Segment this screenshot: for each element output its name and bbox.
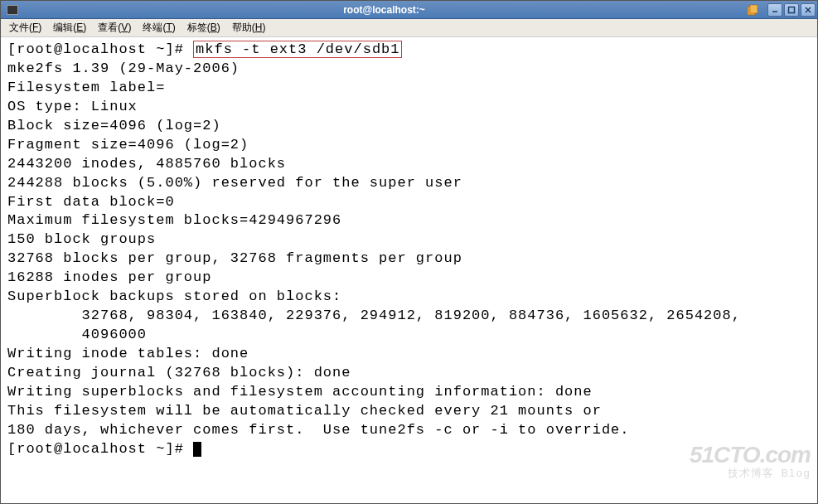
titlebar-icon-wrap [2, 5, 22, 15]
output-line: Writing superblocks and filesystem accou… [7, 383, 811, 402]
output-line: OS type: Linux [7, 98, 811, 117]
output-line: First data block=0 [7, 193, 811, 212]
output-line: Filesystem label= [7, 79, 811, 98]
output-line: 16288 inodes per group [7, 269, 811, 288]
prompt: [root@localhost ~]# [7, 441, 193, 457]
output-line: Superblock backups stored on blocks: [7, 288, 811, 307]
cursor [193, 442, 201, 457]
output-line: 32768, 98304, 163840, 229376, 294912, 81… [7, 307, 811, 326]
window-title: root@localhost:~ [22, 4, 746, 16]
output-line: 4096000 [7, 326, 811, 345]
output-line: 32768 blocks per group, 32768 fragments … [7, 250, 811, 269]
window-controls [746, 3, 816, 17]
command-line: [root@localhost ~]# mkfs -t ext3 /dev/sd… [7, 41, 811, 60]
menu-tabs[interactable]: 标签(B) [182, 19, 225, 36]
menu-file[interactable]: 文件(F) [4, 19, 46, 36]
output-line: This filesystem will be automatically ch… [7, 402, 811, 421]
svg-rect-3 [789, 7, 795, 12]
menu-terminal[interactable]: 终端(T) [138, 19, 180, 36]
menu-view[interactable]: 查看(V) [93, 19, 136, 36]
output-line: 180 days, whichever comes first. Use tun… [7, 421, 811, 440]
maximize-button[interactable] [784, 3, 799, 17]
terminal-window: root@localhost:~ 文件(F) 编辑(E) 查看(V) 终端(T) [0, 0, 818, 504]
titlebar: root@localhost:~ [1, 1, 817, 19]
highlighted-command: mkfs -t ext3 /dev/sdb1 [193, 41, 402, 58]
output-line: mke2fs 1.39 (29-May-2006) [7, 60, 811, 79]
output-line: Fragment size=4096 (log=2) [7, 136, 811, 155]
watermark-sub: 技术博客 Blog [690, 467, 811, 482]
documents-icon [746, 4, 759, 16]
output-line: Creating journal (32768 blocks): done [7, 364, 811, 383]
close-button[interactable] [801, 3, 816, 17]
output-line: Writing inode tables: done [7, 345, 811, 364]
prompt: [root@localhost ~]# [7, 41, 184, 57]
output-line: Block size=4096 (log=2) [7, 117, 811, 136]
output-line: 150 block groups [7, 230, 811, 250]
terminal-icon [7, 5, 18, 15]
menubar: 文件(F) 编辑(E) 查看(V) 终端(T) 标签(B) 帮助(H) [1, 19, 817, 37]
output-line: 244288 blocks (5.00%) reserved for the s… [7, 174, 811, 193]
terminal-content[interactable]: [root@localhost ~]# mkfs -t ext3 /dev/sd… [1, 37, 817, 503]
svg-rect-1 [750, 5, 757, 13]
menu-help[interactable]: 帮助(H) [227, 19, 271, 36]
menu-edit[interactable]: 编辑(E) [48, 19, 91, 36]
minimize-button[interactable] [767, 3, 782, 17]
output-line: 2443200 inodes, 4885760 blocks [7, 155, 811, 174]
prompt-line: [root@localhost ~]# [7, 440, 811, 459]
output-line: Maximum filesystem blocks=4294967296 [7, 211, 811, 230]
